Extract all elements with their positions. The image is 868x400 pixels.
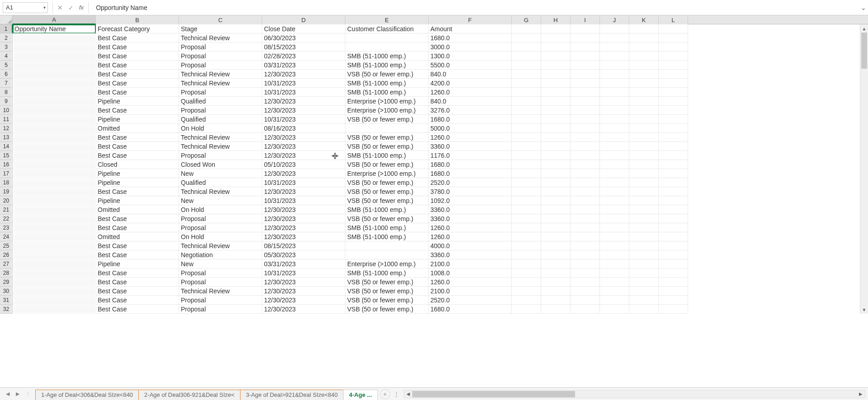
cell-H14[interactable] [541,142,571,151]
cell-B18[interactable]: Pipeline [96,178,179,187]
cell-L31[interactable] [659,296,688,305]
cell-E18[interactable]: VSB (50 or fewer emp.) [345,178,429,187]
cell-A17[interactable] [13,169,96,178]
cell-C32[interactable]: Proposal [179,305,262,314]
cell-H22[interactable] [541,214,571,223]
cell-B29[interactable]: Best Case [96,278,179,287]
cell-B28[interactable]: Best Case [96,268,179,278]
cell-H12[interactable] [541,124,571,133]
cell-B3[interactable]: Best Case [96,42,179,52]
cell-D23[interactable]: 12/30/2023 [262,223,345,232]
cell-K17[interactable] [629,169,659,178]
cell-A23[interactable] [13,223,96,232]
cell-E3[interactable] [345,42,429,52]
cell-I17[interactable] [571,169,600,178]
cell-G13[interactable] [512,133,541,142]
cell-J12[interactable] [600,124,629,133]
cell-H20[interactable] [541,196,571,205]
cell-A32[interactable] [13,305,96,314]
cell-I28[interactable] [571,268,600,278]
cell-J11[interactable] [600,115,629,124]
cell-L8[interactable] [659,88,688,97]
cell-K4[interactable] [629,52,659,61]
cell-B22[interactable]: Best Case [96,214,179,223]
cell-I15[interactable] [571,151,600,160]
cell-H8[interactable] [541,88,571,97]
sheet-nav-prev-icon[interactable]: ◀ [4,390,12,398]
cell-F24[interactable]: 1260.0 [429,232,512,241]
cell-E15[interactable]: SMB (51-1000 emp.) [345,151,429,160]
cell-F1[interactable]: Amount [429,24,512,33]
cell-G18[interactable] [512,178,541,187]
column-header-F[interactable]: F [429,15,512,24]
cell-F7[interactable]: 4200.0 [429,79,512,88]
cell-K3[interactable] [629,42,659,52]
cell-H6[interactable] [541,70,571,79]
cell-B25[interactable]: Best Case [96,241,179,250]
scroll-up-icon[interactable]: ▲ [860,24,868,33]
cell-F30[interactable]: 2100.0 [429,287,512,296]
row-header-12[interactable]: 12 [0,124,13,133]
cell-C20[interactable]: New [179,196,262,205]
cell-A28[interactable] [13,268,96,278]
row-header-8[interactable]: 8 [0,88,13,97]
row-header-24[interactable]: 24 [0,232,13,241]
cell-C4[interactable]: Proposal [179,52,262,61]
cell-A5[interactable] [13,61,96,70]
cell-A13[interactable] [13,133,96,142]
cell-B21[interactable]: Omitted [96,205,179,214]
cell-A7[interactable] [13,79,96,88]
cell-D27[interactable]: 03/31/2023 [262,259,345,268]
cell-D24[interactable]: 12/30/2023 [262,232,345,241]
cell-I31[interactable] [571,296,600,305]
cell-D14[interactable]: 12/30/2023 [262,142,345,151]
cell-J13[interactable] [600,133,629,142]
cell-E7[interactable]: SMB (51-1000 emp.) [345,79,429,88]
cell-F29[interactable]: 1260.0 [429,278,512,287]
cell-F10[interactable]: 3276.0 [429,106,512,115]
cell-G24[interactable] [512,232,541,241]
row-header-28[interactable]: 28 [0,268,13,278]
cell-E22[interactable]: VSB (50 or fewer emp.) [345,214,429,223]
row-header-25[interactable]: 25 [0,241,13,250]
cell-C5[interactable]: Proposal [179,61,262,70]
cell-D1[interactable]: Close Date [262,24,345,33]
cell-I16[interactable] [571,160,600,169]
cell-K12[interactable] [629,124,659,133]
cell-D32[interactable]: 12/30/2023 [262,305,345,314]
cell-J31[interactable] [600,296,629,305]
cell-K29[interactable] [629,278,659,287]
cell-L22[interactable] [659,214,688,223]
sheet-tab[interactable]: 4-Age ... [343,390,378,400]
cell-A22[interactable] [13,214,96,223]
cell-F27[interactable]: 2100.0 [429,259,512,268]
cell-K28[interactable] [629,268,659,278]
cell-G2[interactable] [512,33,541,42]
cell-B7[interactable]: Best Case [96,79,179,88]
row-header-21[interactable]: 21 [0,205,13,214]
hscroll-thumb[interactable] [412,391,575,397]
cell-C26[interactable]: Negotiation [179,250,262,259]
cell-L18[interactable] [659,178,688,187]
cell-G19[interactable] [512,187,541,196]
row-header-9[interactable]: 9 [0,97,13,106]
cell-A21[interactable] [13,205,96,214]
cell-L27[interactable] [659,259,688,268]
column-header-K[interactable]: K [629,15,659,24]
cell-H15[interactable] [541,151,571,160]
cell-H4[interactable] [541,52,571,61]
hscroll-track[interactable] [412,391,857,398]
row-header-31[interactable]: 31 [0,296,13,305]
cell-J32[interactable] [600,305,629,314]
cell-D28[interactable]: 10/31/2023 [262,268,345,278]
cell-L25[interactable] [659,241,688,250]
formula-input[interactable]: Opportunity Name [90,0,859,15]
cell-E16[interactable]: VSB (50 or fewer emp.) [345,160,429,169]
cell-C16[interactable]: Closed Won [179,160,262,169]
cell-F17[interactable]: 1680.0 [429,169,512,178]
cell-J2[interactable] [600,33,629,42]
cell-L9[interactable] [659,97,688,106]
cell-K20[interactable] [629,196,659,205]
cell-F28[interactable]: 1008.0 [429,268,512,278]
cell-L30[interactable] [659,287,688,296]
